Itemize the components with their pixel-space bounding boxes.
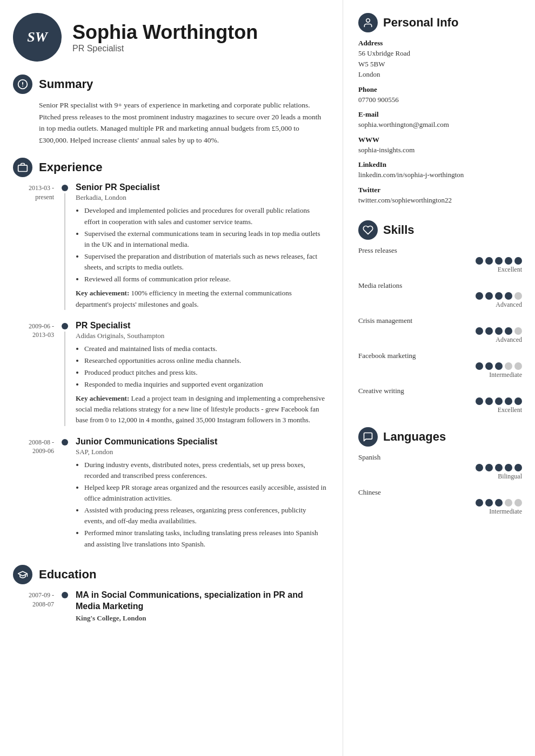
edu-content: MA in Social Communications, specializat… — [76, 590, 326, 623]
email-value: sophia.worthington@gmail.com — [358, 119, 522, 130]
personal-info-icon — [358, 13, 378, 32]
exp-achievement: Key achievement: Lead a project team in … — [76, 393, 326, 426]
lang-dot — [495, 464, 503, 471]
exp-dot — [62, 439, 68, 446]
svg-rect-3 — [18, 165, 28, 172]
exp-dot — [62, 185, 68, 191]
languages-header: Languages — [358, 427, 522, 447]
candidate-name: Sophia Worthington — [72, 21, 258, 44]
experience-header: Experience — [13, 158, 326, 177]
skill-dot — [495, 292, 503, 300]
address-label: Address — [358, 39, 522, 48]
skills-icon — [358, 220, 378, 240]
personal-info-header: Personal Info — [358, 13, 522, 32]
exp-bullets: Created and maintained lists of media co… — [76, 343, 326, 390]
linkedin-value: linkedin.com/in/sophia-j-worthington — [358, 170, 522, 180]
languages-title: Languages — [383, 430, 446, 444]
skill-dot — [476, 327, 483, 335]
skill-dot — [485, 327, 493, 335]
skill-level: Advanced — [358, 336, 522, 344]
skill-dot — [514, 362, 522, 370]
skill-dot — [505, 327, 512, 335]
skill-dots — [358, 397, 522, 405]
exp-bullet: Reviewed all forms of communication prio… — [84, 274, 326, 285]
skill-dot — [476, 362, 483, 370]
left-column: SW Sophia Worthington PR Specialist Summ… — [0, 0, 343, 756]
skills-section: Skills Press releases Excellent Media re… — [358, 220, 522, 414]
skill-dot — [505, 362, 512, 370]
address-block: Address 56 Uxbridge RoadW5 5BWLondon — [358, 39, 522, 80]
skill-dot — [505, 397, 512, 405]
phone-value: 07700 900556 — [358, 94, 522, 105]
exp-bullet: Developed and implemented policies and p… — [84, 205, 326, 227]
exp-company: Adidas Originals, Southampton — [76, 332, 326, 340]
exp-dot — [62, 323, 68, 329]
exp-content: Senior PR Specialist Berkadia, London De… — [76, 183, 326, 309]
experience-item: 2008-08 - 2009-06 Junior Communications … — [13, 437, 326, 553]
summary-section: Summary Senior PR specialist with 9+ yea… — [13, 75, 326, 146]
skill-name: Press releases — [358, 246, 522, 255]
exp-bullets: During industry events, distributed note… — [76, 460, 326, 550]
skill-level: Excellent — [358, 406, 522, 414]
candidate-subtitle: PR Specialist — [72, 44, 258, 53]
skill-name: Creative writing — [358, 387, 522, 395]
exp-job-title: Junior Communications Specialist — [76, 437, 326, 447]
experience-icon — [13, 158, 32, 177]
edu-date: 2007-09 - 2008-07 — [13, 590, 62, 623]
summary-icon — [13, 75, 32, 94]
www-label: WWW — [358, 136, 522, 144]
lang-dot — [476, 464, 483, 471]
exp-date: 2013-03 - present — [13, 183, 62, 309]
skill-dot — [514, 327, 522, 335]
email-label: E-mail — [358, 110, 522, 119]
lang-level: Intermediate — [358, 508, 522, 516]
header: SW Sophia Worthington PR Specialist — [13, 13, 326, 62]
exp-bullet: During industry events, distributed note… — [84, 460, 326, 481]
edu-degree: MA in Social Communications, specializat… — [76, 590, 326, 612]
language-item: Spanish Bilingual — [358, 453, 522, 481]
svg-point-4 — [366, 19, 370, 23]
lang-dot — [505, 464, 512, 471]
skill-dot — [476, 397, 483, 405]
exp-bullet: Responded to media inquiries and support… — [84, 379, 326, 390]
education-item: 2007-09 - 2008-07 MA in Social Communica… — [13, 590, 326, 623]
skill-dot — [476, 292, 483, 300]
lang-dot — [514, 499, 522, 507]
skill-dots — [358, 292, 522, 300]
skill-dot — [485, 292, 493, 300]
summary-header: Summary — [13, 75, 326, 94]
experience-item: 2013-03 - present Senior PR Specialist B… — [13, 183, 326, 309]
personal-info-title: Personal Info — [383, 16, 458, 30]
exp-content: PR Specialist Adidas Originals, Southamp… — [76, 321, 326, 426]
experience-item: 2009-06 - 2013-03 PR Specialist Adidas O… — [13, 321, 326, 426]
exp-bullet: Researched opportunities across online m… — [84, 355, 326, 366]
edu-school: King's College, London — [76, 614, 326, 623]
education-title: Education — [39, 568, 96, 582]
skill-dot — [505, 292, 512, 300]
summary-title: Summary — [39, 77, 93, 91]
skill-dot — [485, 397, 493, 405]
exp-date: 2009-06 - 2013-03 — [13, 321, 62, 426]
lang-name: Chinese — [358, 488, 522, 497]
lang-dot — [514, 464, 522, 471]
www-block: WWW sophia-insights.com — [358, 136, 522, 156]
experience-section: Experience 2013-03 - present Senior PR S… — [13, 158, 326, 552]
skill-dot — [505, 257, 512, 265]
edu-dot — [62, 592, 68, 598]
education-list: 2007-09 - 2008-07 MA in Social Communica… — [13, 590, 326, 623]
lang-dots — [358, 499, 522, 507]
skill-item: Crisis management Advanced — [358, 316, 522, 344]
education-icon — [13, 565, 32, 584]
exp-line — [64, 193, 65, 309]
education-section: Education 2007-09 - 2008-07 MA in Social… — [13, 565, 326, 623]
lang-dots — [358, 464, 522, 471]
twitter-block: Twitter twitter.com/sophieworthington22 — [358, 186, 522, 206]
exp-bullet: Supervised the preparation and distribut… — [84, 251, 326, 273]
exp-dot-line — [62, 183, 68, 309]
linkedin-block: LinkedIn linkedin.com/in/sophia-j-worthi… — [358, 160, 522, 180]
languages-list: Spanish Bilingual Chinese Intermediate — [358, 453, 522, 516]
exp-company: Berkadia, London — [76, 193, 326, 202]
languages-section: Languages Spanish Bilingual Chinese Inte… — [358, 427, 522, 516]
skill-item: Creative writing Excellent — [358, 387, 522, 414]
exp-bullet: Assisted with producing press releases, … — [84, 505, 326, 526]
